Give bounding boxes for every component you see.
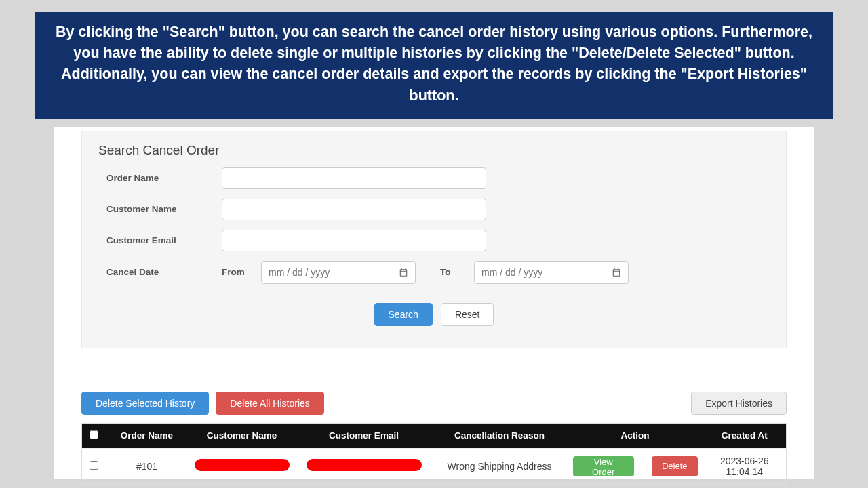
row-order-name: Order Name — [98, 167, 770, 189]
col-order-name: Order Name — [106, 423, 188, 448]
order-name-input[interactable] — [222, 167, 486, 189]
reset-button[interactable]: Reset — [441, 303, 494, 326]
row-customer-name: Customer Name — [98, 199, 770, 220]
label-order-name: Order Name — [106, 173, 222, 183]
row-checkbox[interactable] — [90, 461, 98, 470]
select-all-checkbox[interactable] — [90, 430, 98, 439]
export-histories-button[interactable]: Export Histories — [691, 392, 787, 415]
calendar-icon — [612, 268, 621, 277]
col-customer-name: Customer Name — [188, 423, 296, 448]
row-customer-email: Customer Email — [98, 230, 770, 251]
view-order-button[interactable]: View Order — [573, 456, 634, 476]
search-title: Search Cancel Order — [98, 143, 770, 158]
cell-customer-email — [296, 448, 432, 484]
table-row: #101 Wrong Shipping Address View Order D… — [82, 448, 787, 484]
cell-order-name: #101 — [106, 448, 188, 484]
cell-created-at: 2023-06-26 11:04:14 — [703, 448, 787, 484]
label-from: From — [222, 267, 261, 277]
date-to-placeholder: mm / dd / yyyy — [481, 267, 542, 278]
redacted-name — [195, 459, 290, 471]
instruction-banner: By clicking the "Search" button, you can… — [35, 12, 833, 119]
row-cancel-date: Cancel Date From mm / dd / yyyy To mm / … — [98, 261, 770, 284]
delete-all-button[interactable]: Delete All Histories — [216, 392, 324, 415]
delete-row-button[interactable]: Delete — [652, 456, 698, 476]
customer-email-input[interactable] — [222, 230, 486, 251]
history-toolbar: Delete Selected History Delete All Histo… — [81, 392, 787, 415]
redacted-email — [307, 459, 422, 471]
delete-selected-button[interactable]: Delete Selected History — [81, 392, 209, 415]
col-customer-email: Customer Email — [296, 423, 432, 448]
date-from-input[interactable]: mm / dd / yyyy — [261, 261, 416, 284]
date-from-placeholder: mm / dd / yyyy — [269, 267, 330, 278]
label-customer-name: Customer Name — [106, 204, 222, 214]
col-reason: Cancellation Reason — [432, 423, 568, 448]
history-table-wrap: Order Name Customer Name Customer Email … — [81, 423, 787, 485]
date-to-input[interactable]: mm / dd / yyyy — [474, 261, 629, 284]
search-panel: Search Cancel Order Order Name Customer … — [81, 131, 787, 348]
cell-customer-name — [188, 448, 296, 484]
col-created-at: Created At — [703, 423, 787, 448]
search-button-row: Search Reset — [98, 303, 770, 326]
label-to: To — [440, 267, 474, 277]
calendar-icon — [399, 268, 408, 277]
search-button[interactable]: Search — [374, 303, 433, 326]
customer-name-input[interactable] — [222, 199, 486, 220]
label-customer-email: Customer Email — [106, 235, 222, 245]
app-container: Search Cancel Order Order Name Customer … — [54, 127, 814, 479]
label-cancel-date: Cancel Date — [106, 267, 222, 277]
cell-action: View Order Delete — [568, 448, 703, 484]
cell-reason: Wrong Shipping Address — [432, 448, 568, 484]
history-table: Order Name Customer Name Customer Email … — [81, 423, 787, 485]
col-select — [82, 423, 106, 448]
col-action: Action — [568, 423, 703, 448]
